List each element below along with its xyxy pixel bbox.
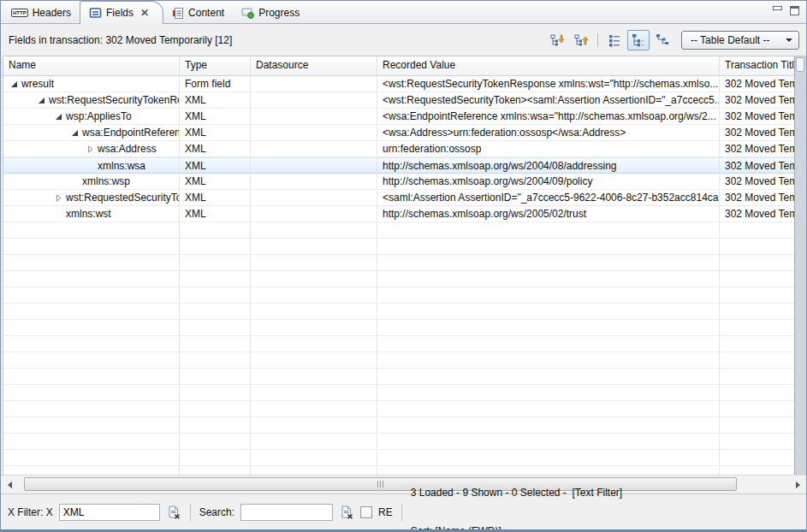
minimize-view-icon[interactable] <box>773 5 782 15</box>
cell-transaction-title <box>720 434 797 449</box>
table-empty-row <box>3 352 806 369</box>
cell-name <box>3 304 180 319</box>
regex-checkbox[interactable] <box>360 506 372 518</box>
scroll-right-button[interactable] <box>792 479 804 491</box>
table-row[interactable]: xmlns:wst XML http://schemas.xmlsoap.org… <box>3 206 806 222</box>
cell-datasource <box>251 287 377 303</box>
table-row[interactable]: wsa:EndpointReference XML <wsa:Address>u… <box>3 125 806 141</box>
tab-fields[interactable]: Fields ✕ <box>80 1 163 24</box>
field-name: wst:RequestSecurityTokenResponse <box>49 92 179 108</box>
field-name: wsa:EndpointReference <box>82 125 179 140</box>
cell-name: xmlns:wst <box>3 206 180 222</box>
x-filter-input[interactable] <box>59 504 160 521</box>
table-row[interactable]: wst:RequestedSecurityToken XML <saml:Ass… <box>3 190 806 206</box>
cell-recorded-value: http://schemas.xmlsoap.org/ws/2004/09/po… <box>377 174 720 189</box>
cell-transaction-title <box>720 304 797 319</box>
cell-type <box>180 287 251 303</box>
x-filter-label: X Filter: X <box>8 506 53 518</box>
expand-all-button[interactable] <box>546 30 568 50</box>
table-empty-row <box>3 450 806 466</box>
table-row[interactable]: xmlns:wsa XML http://schemas.xmlsoap.org… <box>3 157 806 174</box>
progress-icon <box>241 7 254 19</box>
column-header-recorded-value[interactable]: Recorded Value <box>377 56 720 75</box>
cell-transaction-title <box>720 255 797 270</box>
table-empty-row <box>3 336 806 352</box>
table-preset-dropdown[interactable]: -- Table Default -- <box>681 31 799 50</box>
tree-toggle-icon[interactable] <box>55 194 62 202</box>
cell-name <box>3 385 180 400</box>
close-tab-icon[interactable]: ✕ <box>140 7 149 19</box>
tree-toggle-icon[interactable] <box>38 97 45 104</box>
table-row[interactable]: wsa:Address XML urn:federation:ossosp 30… <box>3 141 806 157</box>
cell-transaction-title <box>720 352 797 368</box>
cell-recorded-value <box>377 385 720 400</box>
table-header: Name Type Datasource Recorded Value Tran… <box>3 56 806 76</box>
scroll-left-button[interactable] <box>3 479 15 491</box>
cell-name: wsp:AppliesTo <box>3 109 180 124</box>
scroll-up-button[interactable] <box>796 57 804 72</box>
column-header-transaction-title[interactable]: Transaction Title <box>720 56 797 75</box>
fields-summary: Fields in transaction: 302 Moved Tempora… <box>9 34 232 46</box>
column-header-datasource[interactable]: Datasource <box>251 56 377 75</box>
tree-toggle-icon[interactable] <box>10 80 18 88</box>
vertical-scrollbar[interactable] <box>794 56 806 476</box>
tree-toggle-icon[interactable] <box>71 129 79 137</box>
cell-transaction-title <box>720 450 797 465</box>
linked-tree-view-button[interactable] <box>651 30 673 50</box>
info-bar: Fields in transaction: 302 Moved Tempora… <box>1 24 806 56</box>
tree-toggle-icon[interactable] <box>55 113 62 121</box>
cell-name <box>3 222 180 238</box>
tab-headers[interactable]: HTTP Headers <box>3 3 80 23</box>
chevron-down-icon <box>786 38 792 42</box>
cell-type <box>180 271 251 287</box>
cell-type: XML <box>180 125 251 140</box>
search-input[interactable] <box>240 504 333 521</box>
horizontal-scrollbar[interactable] <box>1 475 806 494</box>
table-row[interactable]: xmlns:wsp XML http://schemas.xmlsoap.org… <box>3 174 806 190</box>
cell-name <box>3 450 180 465</box>
fields-table: Name Type Datasource Recorded Value Tran… <box>3 56 806 476</box>
tree-view-button[interactable] <box>627 30 650 50</box>
maximize-view-icon[interactable] <box>790 6 799 15</box>
field-name: wst:RequestedSecurityToken <box>66 190 179 205</box>
cell-name: wsa:EndpointReference <box>3 125 180 140</box>
tab-progress[interactable]: Progress <box>233 3 308 23</box>
cell-datasource <box>251 369 377 384</box>
filter-bar: X Filter: X Search: RE 3 Loaded - 9 Show… <box>1 494 806 530</box>
collapse-all-button[interactable] <box>570 30 592 50</box>
cell-transaction-title: 302 Moved Temporarily <box>720 141 797 157</box>
cell-name <box>3 369 180 384</box>
tree-toggle-icon[interactable] <box>86 145 94 153</box>
clear-filter-button[interactable] <box>166 505 181 520</box>
column-header-type[interactable]: Type <box>180 56 251 75</box>
flat-view-button[interactable] <box>603 30 626 50</box>
cell-datasource <box>251 450 377 465</box>
clear-search-button[interactable] <box>339 505 354 520</box>
cell-transaction-title: 302 Moved Temporarily <box>720 109 797 124</box>
cell-datasource <box>251 125 377 140</box>
column-header-name[interactable]: Name <box>3 56 180 75</box>
cell-recorded-value: <wsa:EndpointReference xmlns:wsa="http:/… <box>377 109 720 124</box>
cell-type <box>180 417 251 433</box>
horizontal-scrollbar-thumb[interactable] <box>24 477 737 491</box>
cell-datasource <box>251 76 377 92</box>
cell-type <box>180 401 251 417</box>
cell-type: XML <box>180 158 251 173</box>
cell-name: wst:RequestSecurityTokenResponse <box>3 92 180 108</box>
table-row[interactable]: wst:RequestSecurityTokenResponse XML <ws… <box>3 92 806 109</box>
cell-type <box>180 450 251 465</box>
cell-transaction-title: 302 Moved Temporarily <box>720 190 797 205</box>
cell-type <box>180 304 251 319</box>
cell-recorded-value: <wsa:Address>urn:federation:ossosp</wsa:… <box>377 125 720 140</box>
table-row[interactable]: wresult Form field <wst:RequestSecurityT… <box>3 76 806 92</box>
tab-content[interactable]: Content <box>163 3 233 23</box>
cell-type <box>180 434 251 449</box>
cell-datasource <box>251 239 377 254</box>
cell-recorded-value <box>377 352 720 368</box>
cell-datasource <box>251 206 377 222</box>
cell-recorded-value: http://schemas.xmlsoap.org/ws/2005/02/tr… <box>377 206 720 222</box>
cell-datasource <box>251 401 377 417</box>
table-row[interactable]: wsp:AppliesTo XML <wsa:EndpointReference… <box>3 109 806 125</box>
search-label: Search: <box>199 506 234 518</box>
status-counts: 3 Loaded - 9 Shown - 0 Selected - [Text … <box>411 487 622 499</box>
